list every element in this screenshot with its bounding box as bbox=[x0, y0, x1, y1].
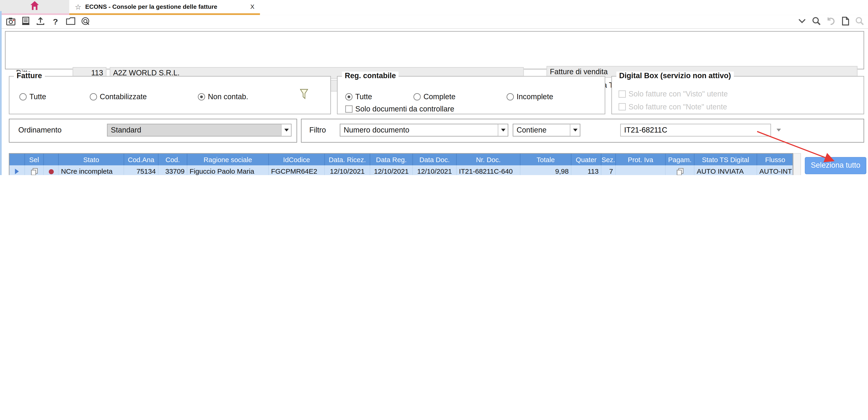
column-header-IdCodice[interactable]: IdCodice bbox=[269, 154, 325, 165]
filter-search-input[interactable] bbox=[620, 124, 771, 136]
cell-id_codice: FGCPMR64E2 bbox=[269, 165, 325, 175]
column-header-Cod.[interactable]: Cod. bbox=[158, 154, 187, 165]
cell-prot_iva bbox=[616, 165, 665, 175]
cell-data_reg: 12/10/2021 bbox=[370, 165, 413, 175]
camera-icon[interactable] bbox=[5, 16, 16, 26]
radio-label: Tutte bbox=[355, 93, 372, 101]
radio-icon[interactable] bbox=[198, 93, 205, 101]
folder-icon[interactable] bbox=[65, 16, 75, 26]
radio-label: Contabilizzate bbox=[100, 93, 147, 101]
vertical-scrollbar[interactable] bbox=[793, 153, 801, 175]
cell-data_doc: 12/10/2021 bbox=[413, 165, 457, 175]
column-header-Cod.Ana[interactable]: Cod.Ana bbox=[124, 154, 158, 165]
favorite-star-icon[interactable]: ☆ bbox=[75, 3, 81, 10]
dropdown-arrow-icon[interactable] bbox=[570, 124, 580, 136]
invoice-grid: SelStatoCod.AnaCod.Ragione socialeIdCodi… bbox=[9, 153, 793, 175]
zoom-disabled-icon bbox=[855, 16, 865, 26]
cell-nr_doc: IT21-68211C-640 bbox=[457, 165, 521, 175]
filtro-box: Filtro Numero documento Contiene bbox=[301, 119, 864, 142]
column-header-Flusso[interactable]: Flusso bbox=[757, 154, 793, 165]
radio-icon[interactable] bbox=[507, 93, 514, 101]
company-header-panel: Ditta 113 A2Z WORLD S.R.L. Contabilita' … bbox=[5, 31, 864, 69]
cell-flusso: AUTO-INT bbox=[757, 165, 793, 175]
status-dot-red bbox=[49, 169, 54, 174]
filter-history-arrow-icon[interactable] bbox=[776, 129, 781, 132]
column-header-Data Doc.[interactable]: Data Doc. bbox=[413, 154, 457, 165]
cell-cod: 33709 bbox=[158, 165, 187, 175]
reg-contabile-option[interactable]: Incomplete bbox=[507, 93, 553, 101]
reg-contabile-option[interactable]: Tutte bbox=[345, 93, 372, 101]
ordinamento-value: Standard bbox=[111, 126, 141, 134]
chevron-down-icon[interactable] bbox=[797, 16, 807, 26]
radio-label: Incomplete bbox=[517, 93, 553, 101]
tab-close-icon[interactable]: X bbox=[250, 3, 255, 10]
column-header-Totale[interactable]: Totale bbox=[521, 154, 571, 165]
active-tab[interactable]: ☆ ECONS - Console per la gestione delle … bbox=[69, 0, 260, 13]
column-header-Data Reg.[interactable]: Data Reg. bbox=[370, 154, 413, 165]
solo-documenti-checkbox[interactable]: Solo documenti da controllare bbox=[345, 105, 455, 113]
document-icon[interactable] bbox=[840, 16, 850, 26]
column-header-Stato[interactable]: Stato bbox=[59, 154, 124, 165]
undo-icon bbox=[826, 16, 836, 26]
ordinamento-select[interactable]: Standard bbox=[107, 124, 291, 136]
checkbox-icon[interactable] bbox=[345, 106, 352, 113]
radio-icon[interactable] bbox=[20, 93, 27, 101]
cell-cod_ana: 75134 bbox=[124, 165, 158, 175]
reg-contabile-legend: Reg. contabile bbox=[342, 72, 399, 80]
help-icon[interactable]: ? bbox=[50, 16, 60, 26]
column-header-Quater[interactable]: Quater bbox=[571, 154, 601, 165]
cell-ragione: Figuccio Paolo Maria bbox=[187, 165, 269, 175]
icon-toolbar: ? bbox=[0, 15, 868, 29]
home-tab-underline bbox=[0, 13, 69, 15]
fatture-option[interactable]: Contabilizzate bbox=[90, 93, 147, 101]
column-header-Ragione sociale[interactable]: Ragione sociale bbox=[187, 154, 269, 165]
cell-sez: 7 bbox=[601, 165, 616, 175]
radio-icon[interactable] bbox=[90, 93, 97, 101]
digital-box-filter-group: Digital Box (servizio non attivo) Solo f… bbox=[611, 76, 864, 114]
reg-contabile-filter-group: Reg. contabile TutteCompleteIncomplete S… bbox=[337, 76, 605, 114]
reg-contabile-option[interactable]: Complete bbox=[413, 93, 456, 101]
search-doc-icon[interactable] bbox=[81, 16, 90, 26]
column-header-Prot. Iva[interactable]: Prot. Iva bbox=[616, 154, 665, 165]
ordinamento-label: Ordinamento bbox=[18, 126, 61, 134]
dropdown-arrow-icon[interactable] bbox=[498, 124, 507, 136]
column-header-Sel[interactable]: Sel bbox=[25, 154, 44, 165]
cell-data_ricez: 12/10/2021 bbox=[325, 165, 370, 175]
column-header-Stato TS Digital[interactable]: Stato TS Digital bbox=[694, 154, 757, 165]
zoom-icon[interactable] bbox=[811, 16, 821, 26]
column-header-blank[interactable] bbox=[44, 154, 59, 165]
column-header-blank[interactable] bbox=[9, 154, 25, 165]
fatture-option[interactable]: Non contab. bbox=[198, 93, 248, 101]
radio-label: Complete bbox=[424, 93, 456, 101]
browser-tab-bar: ☆ ECONS - Console per la gestione delle … bbox=[0, 0, 868, 16]
filter-operator-select[interactable]: Contiene bbox=[513, 124, 580, 136]
dropdown-arrow-icon[interactable] bbox=[281, 124, 291, 136]
column-header-Data. Ricez.[interactable]: Data. Ricez. bbox=[325, 154, 370, 165]
radio-label: Non contab. bbox=[208, 93, 248, 101]
print-icon[interactable] bbox=[21, 16, 31, 26]
home-icon bbox=[30, 1, 39, 12]
checkbox-label: Solo documenti da controllare bbox=[355, 105, 455, 113]
selected-row-arrow-icon bbox=[15, 169, 19, 174]
column-header-Nr. Doc.[interactable]: Nr. Doc. bbox=[457, 154, 521, 165]
tab-title: ECONS - Console per la gestione delle fa… bbox=[85, 3, 244, 10]
table-row[interactable]: NCre incompleta7513433709Figuccio Paolo … bbox=[9, 165, 793, 175]
filter-field-select[interactable]: Numero documento bbox=[340, 124, 508, 136]
column-header-Sez.[interactable]: Sez. bbox=[601, 154, 616, 165]
radio-icon[interactable] bbox=[345, 93, 352, 101]
select-pages-icon[interactable] bbox=[31, 168, 37, 175]
radio-icon[interactable] bbox=[413, 93, 421, 101]
fatture-option[interactable]: Tutte bbox=[20, 93, 46, 101]
grid-header-row: SelStatoCod.AnaCod.Ragione socialeIdCodi… bbox=[9, 154, 793, 165]
digital-box-checkbox: Solo fatture con "Note" utente bbox=[618, 103, 727, 111]
ordinamento-box: Ordinamento Standard bbox=[9, 119, 297, 142]
fatture-filter-group: Fatture TutteContabilizzateNon contab. bbox=[9, 76, 331, 114]
upload-icon[interactable] bbox=[36, 16, 45, 26]
side-button-seleziona-tutto[interactable]: Seleziona tutto bbox=[805, 157, 866, 174]
home-tab[interactable] bbox=[0, 0, 69, 13]
active-tab-underline bbox=[69, 13, 260, 15]
payment-pages-icon[interactable] bbox=[677, 168, 683, 175]
filtro-label: Filtro bbox=[309, 126, 326, 134]
column-header-Pagam.[interactable]: Pagam. bbox=[665, 154, 694, 165]
filter-funnel-icon[interactable] bbox=[300, 89, 308, 102]
